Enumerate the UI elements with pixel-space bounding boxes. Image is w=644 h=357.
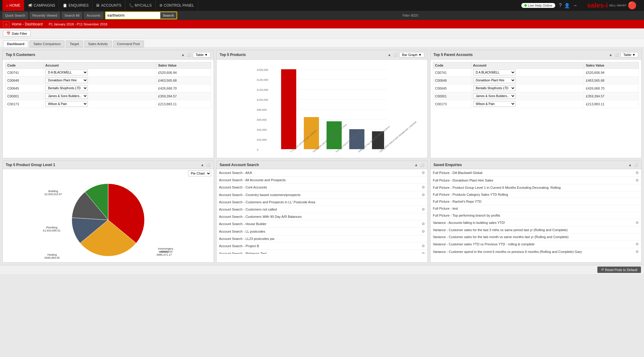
list-item[interactable]: Account Search - House Builder⚙ [217,220,427,228]
saved-enquiries-maximize-icon[interactable]: ⬜ [634,163,638,167]
tab-command-post[interactable]: Command Post [113,41,144,47]
nav-home[interactable]: ⌂ HOME [2,0,24,11]
user-icon[interactable]: 👤 [564,3,570,8]
top5-products-minimize-icon[interactable]: ▲ [387,53,391,57]
list-item[interactable]: Full Picture - Top performing branch by … [430,212,641,219]
list-item[interactable]: Full Picture - test [430,205,641,212]
list-item[interactable]: Full Picture - Products Category Sales Y… [430,191,641,198]
account-select[interactable]: Wilson & Pain [473,101,516,107]
search-all-button[interactable]: Search All [62,12,82,19]
list-item[interactable]: Account Search - Customers With 90 Day A… [217,213,427,220]
reset-pods-button[interactable]: ↺ Reset Pods to Default [597,267,641,273]
top5-parent-minimize-icon[interactable]: ▲ [609,53,612,57]
account-select[interactable]: D A BLACKWELL [45,70,88,75]
top5-products-maximize-icon[interactable]: ⬜ [393,53,397,57]
gear-icon[interactable]: ⚙ [422,244,425,248]
gear-icon[interactable]: ⚙ [422,229,425,234]
quick-search-button[interactable]: Quick Search [2,12,28,19]
account-select[interactable]: Wilson & Pain [45,101,88,107]
saved-enquiries-header: Saved Enquiries ▲ ⬜ [430,161,641,169]
tab-sales-activity[interactable]: Sales Activity [84,41,112,47]
pie-chart-type-select[interactable]: Pie Chart Table [188,170,211,176]
nav-controlpanel[interactable]: ⚙ CONTROL PANEL [156,0,198,11]
search-input[interactable] [106,12,160,19]
gear-icon[interactable]: ⚙ [636,171,639,175]
gear-icon[interactable]: ⚙ [636,221,639,225]
top5-parent-accounts-view-button[interactable]: Table ▼ [621,52,638,57]
tab-sales-comparison[interactable]: Sales Comparison [29,41,65,47]
list-item[interactable]: Full Picture - DA Blackwell Global⚙ [430,169,641,177]
date-filter-button[interactable]: 📅 Date Filter [3,30,31,37]
cell-value: £213,883.11 [584,100,639,108]
recently-viewed-button[interactable]: Recently Viewed [30,12,60,19]
top5-customers-table: Code Account Sales Value C00741 D A BLAC… [5,62,211,108]
gear-icon[interactable]: ⚙ [636,242,639,246]
svg-text:£140,000: £140,000 [257,78,268,81]
product-group-maximize-icon[interactable]: ⬜ [206,163,211,167]
product-group-minimize-icon[interactable]: ▲ [201,163,204,167]
account-select[interactable]: Donaldson Plant Hire [45,77,88,83]
gear-icon[interactable]: ⚙ [636,178,639,182]
saved-account-minimize-icon[interactable]: ▲ [414,163,418,167]
gear-icon[interactable]: ⚙ [422,171,425,175]
list-item[interactable]: Account Search - LL postcodes⚙ [217,228,427,235]
arrow-icon[interactable]: → [573,3,577,8]
list-item[interactable]: Variance - Customer spend in the crrent … [430,248,641,254]
account-select[interactable]: James & Sons Builders... [473,93,516,99]
live-help-dot [524,4,527,7]
live-help-status[interactable]: Live Help Online [521,3,556,8]
search-submit-button[interactable]: Search [160,12,177,19]
top5-customers-minimize-icon[interactable]: ▲ [181,53,185,57]
svg-text:£80,000: £80,000 [257,108,267,111]
list-item[interactable]: Full Picture - Product Group Level 1 in … [430,184,641,191]
list-item[interactable]: Account Search - Customers and Prospects… [217,199,427,206]
list-item[interactable]: Account Search - Cork Accounts⚙ [217,184,427,191]
top5-products-view-button[interactable]: Bar Graph ▼ [399,52,424,57]
account-select[interactable]: D A BLACKWELL [473,70,516,75]
top5-parent-maximize-icon[interactable]: ⬜ [614,53,619,57]
gear-icon[interactable]: ⚙ [636,250,639,254]
list-item[interactable]: Account Search - All Accounts and Prospe… [217,177,427,184]
nav-accounts[interactable]: 🏛 ACCOUNTS [92,0,125,11]
list-item[interactable]: Variance - Customer sales for the lats m… [430,234,641,241]
gear-icon[interactable]: ⚙ [422,193,425,197]
list-item[interactable]: Full Picture - Donaldson Plant Hire Sale… [430,177,641,184]
table-row: C00645 Bentalls Shopfronts LTD £426,668.… [5,84,211,92]
parent-col-code: Code [433,62,471,69]
gear-icon[interactable]: ⚙ [422,251,425,254]
list-item[interactable]: Variance - Customer sales YTD vs Previou… [430,241,641,248]
nav-mycalls[interactable]: 📞 MYCALLS [125,0,156,11]
saved-account-maximize-icon[interactable]: ⬜ [420,163,424,167]
account-select[interactable]: James & Sons Builders... [45,93,88,99]
table-row: C00173 Wilson & Pain £213,883.11 [5,100,211,108]
help-question-icon[interactable]: ? [559,3,562,8]
svg-text:£20,000: £20,000 [257,138,267,141]
cell-account: D A BLACKWELL [471,69,584,77]
tab-dashboard[interactable]: Dashboard [3,41,28,47]
tab-target[interactable]: Target [66,41,83,47]
cell-account: Bentalls Shopfronts LTD [471,84,584,92]
list-item[interactable]: Variance - Accounts falling in building … [430,219,641,227]
gear-icon[interactable]: ⚙ [422,222,425,226]
account-select[interactable]: Bentalls Shopfronts LTD [473,85,516,91]
nav-campaigns[interactable]: 📢 CAMPAIGNS [24,0,59,11]
list-item[interactable]: Variance - Customer sales for the last 3… [430,227,641,234]
list-item-label: Full Picture - DA Blackwell Global [433,171,482,175]
nav-enquiries[interactable]: 📋 ENQUIRIES [59,0,92,11]
accounts-dropdown-button[interactable]: Accounts [84,12,103,19]
account-select[interactable]: Bentalls Shopfronts LTD [45,85,88,91]
list-item[interactable]: Full Picture - Rachel's Reps YTD [430,198,641,205]
list-item[interactable]: Account Search - Customers not called⚙ [217,206,427,213]
list-item[interactable]: Account Search - AKA⚙ [217,169,427,177]
list-item[interactable]: Account Search - LL23 postcodes pw. [217,235,427,242]
list-item[interactable]: Account Search - Ridgeons Test⚙ [217,250,427,254]
top5-customers-view-button[interactable]: Table ▼ [193,52,211,57]
saved-enquiries-minimize-icon[interactable]: ▲ [628,163,632,167]
gear-icon[interactable]: ⚙ [422,207,425,211]
gear-icon[interactable]: ⚙ [422,185,425,189]
account-select[interactable]: Donaldson Plant Hire [473,77,516,83]
list-item-label: Full Picture - Product Group Level 1 in … [433,186,561,189]
list-item[interactable]: Account Search - Project B⚙ [217,242,427,250]
top5-customers-maximize-icon[interactable]: ⬜ [187,53,191,57]
list-item[interactable]: Account Search - Coventry based customer… [217,191,427,199]
